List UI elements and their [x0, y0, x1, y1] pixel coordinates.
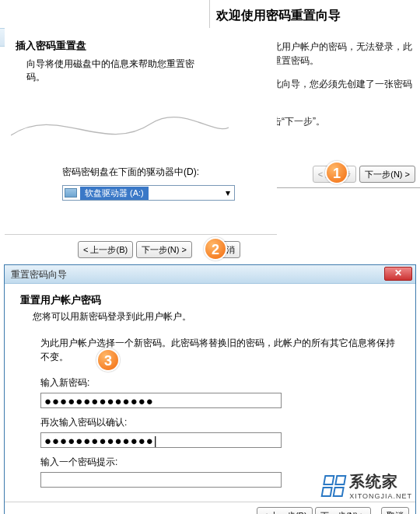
annotation-badge-1: 1 — [325, 161, 348, 184]
annotation-badge-3: 3 — [96, 348, 120, 372]
reset-description: 为此用户帐户选择一个新密码。此密码将替换旧的密码，此帐户的所有其它信息将保持不变… — [20, 336, 400, 364]
new-password-label: 输入新密码: — [20, 376, 400, 390]
welcome-title: 欢迎使用密码重置向导 — [216, 8, 414, 24]
confirm-password-input[interactable]: ●●●●●●●●●●●●●●| — [40, 432, 282, 448]
welcome-next-button[interactable]: 下一步(N) > — [359, 166, 415, 183]
hint-label: 输入一个密码提示: — [20, 456, 400, 469]
watermark-text: 系统家 XITONGJIA.NET — [349, 471, 412, 500]
reset-body: 重置用户帐户密码 您将可以用新密码登录到此用户帐户。 为此用户帐户选择一个新密码… — [5, 284, 415, 502]
reset-button-bar: < 上一步(B) 下一步(N) > 取消 — [5, 502, 415, 514]
hint-input[interactable] — [40, 472, 282, 488]
disk-panel: 插入密码重置盘 向导将使用磁盘中的信息来帮助您重置密码。 密码密钥盘在下面的驱动… — [5, 28, 277, 261]
reset-back-button[interactable]: < 上一步(B) — [257, 507, 312, 514]
drive-value: 软盘驱动器 (A:) — [80, 187, 149, 200]
chevron-down-icon[interactable]: ▾ — [222, 187, 233, 198]
confirm-password-label: 再次输入密码以确认: — [20, 416, 400, 429]
disk-back-button[interactable]: < 上一步(B) — [78, 241, 133, 258]
disk-next-button[interactable]: 下一步(N) > — [136, 241, 192, 258]
new-password-label-text: 输入新密码: — [40, 376, 89, 390]
reset-next-button[interactable]: 下一步(N) > — [315, 507, 371, 514]
drive-label: 密码密钥盘在下面的驱动器中(D): — [16, 166, 266, 179]
close-icon: ✕ — [394, 267, 402, 278]
drive-combobox[interactable]: 软盘驱动器 (A:) ▾ — [62, 185, 235, 201]
decorative-wave — [11, 112, 229, 143]
close-button[interactable]: ✕ — [384, 267, 412, 281]
watermark-cn: 系统家 — [349, 471, 412, 492]
watermark: 系统家 XITONGJIA.NET — [323, 471, 412, 500]
disk-subtext: 向导将使用磁盘中的信息来帮助您重置密码。 — [16, 58, 202, 84]
reset-titlebar: 重置密码向导 ✕ — [5, 265, 415, 284]
watermark-en: XITONGJIA.NET — [349, 492, 412, 500]
floppy-icon — [65, 188, 77, 198]
watermark-logo-icon — [321, 475, 347, 497]
separator — [5, 234, 277, 235]
new-password-input[interactable]: ●●●●●●●●●●●●●● — [40, 393, 282, 408]
reset-heading: 重置用户帐户密码 — [20, 293, 400, 307]
reset-cancel-button[interactable]: 取消 — [381, 507, 409, 514]
reset-title-text: 重置密码向导 — [11, 269, 67, 280]
disk-heading: 插入密码重置盘 — [16, 39, 266, 53]
annotation-badge-2: 2 — [204, 237, 227, 260]
reset-subtext: 您将可以用新密码登录到此用户帐户。 — [20, 310, 400, 323]
